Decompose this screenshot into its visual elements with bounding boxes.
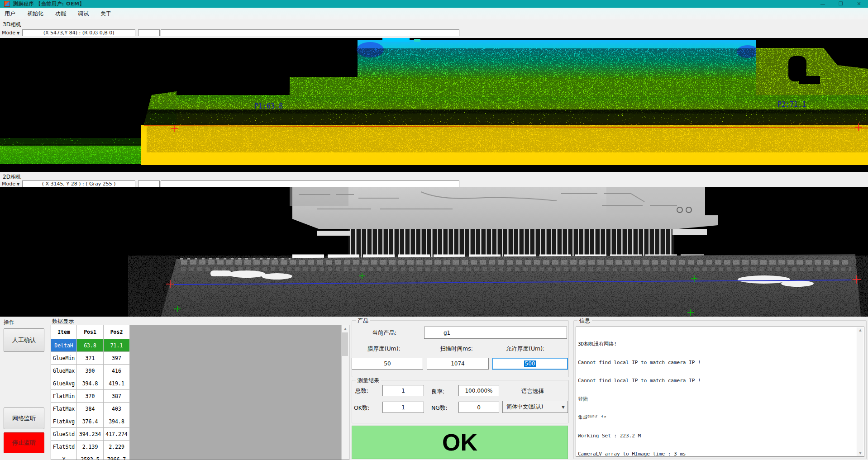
data-table[interactable]: Item Pos1 Pos2 DeltaH 63.8 71.1 GlueMin …	[51, 325, 349, 460]
product-group-title: 产品	[356, 317, 370, 325]
chevron-down-icon: ▼	[562, 405, 565, 409]
camera3d-view[interactable]: P1:63.8 P2:71.1	[0, 38, 868, 172]
cell-pos2: 403	[104, 403, 130, 415]
redaction-blob	[604, 408, 772, 417]
cell-pos1: 394.234	[77, 428, 104, 441]
ng-count-label: NG数:	[431, 404, 448, 412]
cell-item: GlueMax	[51, 365, 77, 377]
camera3d-modebar: Mode ▼ (X 5473,Y 84) : (R 0,G 0,B 0)	[0, 28, 868, 37]
grayscale-2d	[0, 187, 868, 317]
result-status-text: OK	[442, 429, 477, 456]
table-row[interactable]: FlatMax 384 403	[51, 403, 349, 415]
menu-init[interactable]: 初始化	[27, 10, 43, 18]
log-line: Working Set : 223.2 M	[578, 433, 796, 439]
menu-bar: 用户 初始化 功能 调试 关于	[0, 8, 868, 19]
redaction-blob	[585, 417, 682, 427]
log-line: CameraLV array to HImage time : 3 ms	[578, 451, 796, 457]
col-header-pos2: Pos2	[104, 325, 130, 339]
cell-pos1: 63.8	[77, 339, 104, 352]
menu-user[interactable]: 用户	[5, 10, 15, 18]
log-line: 3D相机没有网络!	[578, 341, 796, 347]
info-log[interactable]: 3D相机没有网络! Cannot find local IP to match …	[576, 327, 864, 457]
camera3d-label: 3D相机	[3, 21, 21, 28]
menu-debug[interactable]: 调试	[78, 10, 89, 18]
selected-text: 500	[524, 360, 536, 367]
scroll-up-icon[interactable]: ▲	[857, 328, 863, 332]
camera3d-info-box	[161, 29, 459, 36]
cell-pos2: 71.1	[104, 339, 130, 352]
cell-pos1: 2.139	[77, 441, 104, 453]
table-row[interactable]: FlatStd 2.139 2.229	[51, 441, 349, 453]
col-header-item: Item	[51, 325, 77, 339]
camera2d-info-box	[161, 180, 459, 187]
menu-about[interactable]: 关于	[100, 10, 111, 18]
camera2d-view[interactable]	[0, 187, 868, 317]
window-title: 测膜程序 【当前用户: OEM】	[13, 0, 85, 7]
log-scrollbar[interactable]: ▲ ▼	[857, 327, 863, 456]
table-row[interactable]: X 2583.5 7966.7	[51, 453, 349, 460]
title-bar: 测膜程序 【当前用户: OEM】 — ❐ ✕	[0, 0, 868, 8]
ok-count-input[interactable]: 1	[382, 402, 424, 413]
cell-item: FlatAvg	[51, 415, 77, 428]
app-icon	[4, 1, 10, 7]
maximize-button[interactable]: ❐	[832, 0, 850, 8]
table-row[interactable]: GlueMin 371 397	[51, 352, 349, 365]
camera3d-mode-button[interactable]: Mode	[2, 30, 15, 36]
table-header-row: Item Pos1 Pos2	[51, 325, 349, 339]
camera2d-modebar: Mode ▼ ( X 3145, Y 28 ) : ( Gray 255 )	[0, 179, 868, 188]
language-select[interactable]: 简体中文(默认) ▼	[502, 401, 568, 413]
table-row[interactable]: GlueMax 390 416	[51, 365, 349, 377]
cell-item: FlatStd	[51, 441, 77, 453]
net-listen-button[interactable]: 网络监听	[4, 408, 44, 429]
minimize-button[interactable]: —	[814, 0, 832, 8]
chevron-down-icon: ▼	[17, 31, 19, 35]
ng-count-input[interactable]: 0	[458, 402, 499, 413]
cell-pos2: 397	[104, 352, 130, 365]
yield-label: 良率:	[431, 388, 444, 396]
cell-item: GlueAvg	[51, 377, 77, 390]
yield-input[interactable]: 100.000%	[458, 385, 499, 396]
table-row[interactable]: GlueStd 394.234 417.274	[51, 428, 349, 441]
cell-pos2: 2.229	[104, 441, 130, 453]
scroll-thumb[interactable]	[342, 332, 348, 356]
total-input[interactable]: 1	[382, 385, 424, 396]
manual-confirm-button[interactable]: 人工确认	[4, 328, 44, 352]
info-group-title: 信息	[577, 317, 592, 325]
film-thickness-input[interactable]: 50	[352, 358, 423, 370]
operation-label: 操作	[4, 318, 14, 326]
close-button[interactable]: ✕	[850, 0, 868, 8]
cell-pos2: 416	[104, 365, 130, 377]
camera2d-mode-button[interactable]: Mode	[2, 181, 15, 187]
cell-pos1: 384	[77, 403, 104, 415]
cell-pos1: 376.4	[77, 415, 104, 428]
log-line: Cannot find local IP to match camera IP …	[578, 360, 796, 366]
language-select-label: 语言选择	[521, 388, 544, 395]
camera3d-status-box	[138, 29, 160, 36]
log-line: Cannot find local IP to match camera IP …	[578, 378, 796, 384]
chevron-down-icon: ▼	[17, 182, 19, 186]
cell-item: DeltaH	[51, 339, 77, 352]
cell-item: FlatMin	[51, 390, 77, 403]
scan-time-input[interactable]: 1074	[427, 358, 489, 370]
ok-count-label: OK数:	[354, 404, 370, 412]
camera2d-coords-readout: ( X 3145, Y 28 ) : ( Gray 255 )	[22, 180, 135, 187]
stop-listen-button[interactable]: 停止监听	[4, 432, 44, 453]
pcb-art	[161, 187, 861, 317]
language-select-value: 简体中文(默认)	[506, 403, 543, 411]
table-scrollbar[interactable]: ▲	[341, 325, 349, 460]
table-row[interactable]: FlatAvg 376.4 394.8	[51, 415, 349, 428]
menu-function[interactable]: 功能	[55, 10, 66, 18]
cell-pos1: 390	[77, 365, 104, 377]
allow-thickness-input[interactable]: 500	[492, 358, 568, 370]
cell-item: GlueMin	[51, 352, 77, 365]
bottom-panel: 操作 人工确认 网络监听 停止监听 数据显示 Item Pos1 Pos2 De…	[0, 317, 868, 460]
current-product-input[interactable]: g1	[424, 327, 567, 339]
scroll-up-icon[interactable]: ▲	[342, 325, 349, 332]
cell-pos2: 394.8	[104, 415, 130, 428]
table-row[interactable]: FlatMin 370 387	[51, 390, 349, 403]
redaction-blob	[589, 385, 657, 404]
table-row[interactable]: DeltaH 63.8 71.1	[51, 339, 349, 352]
scroll-down-icon[interactable]: ▼	[857, 451, 863, 455]
annotation-p1: P1:63.8	[254, 102, 283, 110]
table-row[interactable]: GlueAvg 394.8 419.1	[51, 377, 349, 390]
